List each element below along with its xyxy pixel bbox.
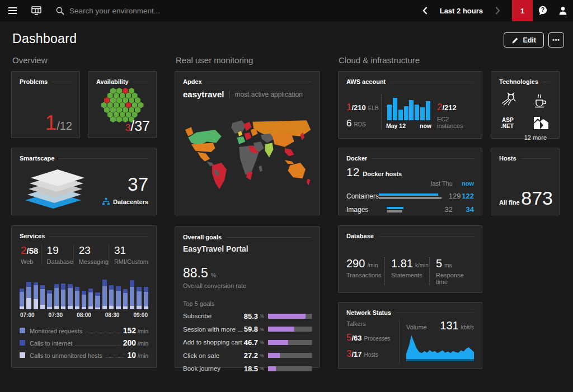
database-statements-stat: 1.81k/minStatements [384,257,429,285]
datacenters-count: 37 [87,175,148,193]
smartscape-layers-icon [20,166,87,211]
legend-value: 10 [128,351,137,360]
tile-technologies[interactable]: Technologies ASP.NET 12 more [491,71,560,139]
docker-hosts-count: 12 [346,166,359,179]
legend-value: 152 [123,326,136,335]
tile-title: Services [20,233,45,239]
stat-label: Response time [436,272,474,285]
datacenters-label: Datacenters [113,199,148,205]
stat-label: Statements [391,272,429,278]
goal-bar [268,366,312,371]
docker-images-row: Images 32 34 [346,205,474,214]
legend-row: Calls to unmonitored hosts10/min [20,351,148,360]
time-prev-button[interactable] [419,0,432,21]
tile-hosts[interactable]: Hosts All fine873 [491,148,560,215]
search-input[interactable] [69,7,192,15]
time-next-button[interactable] [491,0,504,21]
availability-total: /37 [130,118,150,134]
dashboards-icon[interactable] [25,0,48,21]
goal-label: Click on sale [183,352,244,359]
tile-database[interactable]: Database 290/minTransactions 1.81k/minSt… [338,225,482,293]
network-processes-affected: 5 [346,332,351,343]
tile-problems[interactable]: Problems 1/12 [11,71,80,138]
services-bar-chart [20,273,148,309]
availability-hexgrid [96,88,148,122]
apdex-world-map [183,119,313,192]
menu-icon[interactable] [0,0,25,21]
aws-rds-count: 6 [346,118,351,129]
help-button[interactable]: ? [533,0,553,21]
stat-label: Transactions [346,272,384,278]
tile-docker[interactable]: Docker 12Docker hosts last Thunow Contai… [338,148,482,215]
tile-overall-goals[interactable]: Overall goals EasyTravel Portal 88.5% Ov… [175,226,320,368]
goal-label: Add to shopping cart [183,339,244,346]
database-transactions-stat: 290/minTransactions [346,257,384,285]
stat-unit: /min [367,262,378,268]
x-tick: 08:00 [77,312,91,318]
network-hosts-affected: 3 [346,348,351,360]
docker-row-label: Images [346,206,387,214]
x-tick: 09:00 [133,312,148,318]
tile-smartscape[interactable]: Smartscape 37 Datacenters [11,148,157,215]
tile-title: Problems [20,78,48,85]
tile-title: Network Status [346,309,391,316]
edit-button[interactable]: Edit [504,32,544,48]
tile-availability[interactable]: Availability 3/37 [88,71,157,138]
tile-title: Hosts [499,155,516,162]
database-response-stat: 5msResponse time [429,257,474,285]
tile-title: Smartscape [20,155,54,162]
goal-row: Add to shopping cart46.7% [183,338,312,347]
services-web-label: Web [21,258,41,265]
more-button[interactable]: ••• [548,32,564,48]
pencil-icon [511,36,519,44]
aws-ec2-label: EC2 instances [437,116,474,129]
tile-services[interactable]: Services 2/58Web 19Database 23Messaging … [11,225,157,368]
column-title-cloud: Cloud & infrastructure [339,55,420,65]
goal-bar [268,327,312,332]
tomcat-icon [500,92,517,107]
top-goals-label: Top 5 goals [183,300,312,307]
goal-row: Subscribe85.3% [183,312,312,320]
java-icon [533,92,547,108]
goal-label: Session with more ... [183,326,244,333]
column-title-rum: Real user monitoring [176,55,253,65]
volume-area [406,336,474,359]
network-processes-total: /63 [351,334,361,342]
tile-title: Database [346,233,374,239]
svg-text:ASP: ASP [502,117,514,123]
aws-axis-start: May 12 [386,122,406,129]
tile-title: Docker [346,155,367,162]
network-volume-chart [406,333,474,361]
tile-apdex[interactable]: Apdex easytravel most active application [175,71,320,215]
goal-unit: % [260,313,264,319]
problems-open-count: 1 [45,112,57,133]
tile-network-status[interactable]: Network Status Talkers 5/63Processes 3/1… [338,302,482,369]
docker-col-then: last Thu [427,180,453,187]
x-tick: 08:30 [105,312,120,318]
legend-row: Monitored requests152/min [20,326,148,335]
docker-hosts-label: Docker hosts [363,171,402,177]
aspnet-icon: ASP.NET [500,116,518,130]
services-web-affected: 2 [21,244,27,256]
goal-unit: % [260,353,264,358]
user-button[interactable] [553,0,573,21]
aws-axis-end: now [420,122,431,129]
goal-row: Book journey18.5% [183,365,312,373]
stat-value: 1.81 [391,257,413,270]
stat-unit: k/min [415,262,429,268]
docker-then-value: 32 [427,205,453,214]
docker-then-value: 129 [445,192,461,200]
tile-title: AWS account [346,78,386,85]
docker-now-value: 34 [453,205,474,214]
services-x-axis: 07:00 07:30 08:00 08:30 09:00 [20,312,148,318]
network-processes-label: Processes [364,336,391,342]
stat-value: 290 [346,257,365,270]
volume-unit: kbit/s [461,324,474,330]
problems-badge[interactable]: 1 [512,0,533,21]
tile-aws-account[interactable]: AWS account 1/210ELB 6RDS May 12now 2/21… [338,71,482,139]
aws-rds-label: RDS [354,121,365,127]
legend-label: Calls to internet [30,340,72,347]
tile-title: Availability [96,78,129,85]
time-range-label[interactable]: Last 2 hours [440,7,483,15]
network-hosts-total: /17 [351,350,361,358]
